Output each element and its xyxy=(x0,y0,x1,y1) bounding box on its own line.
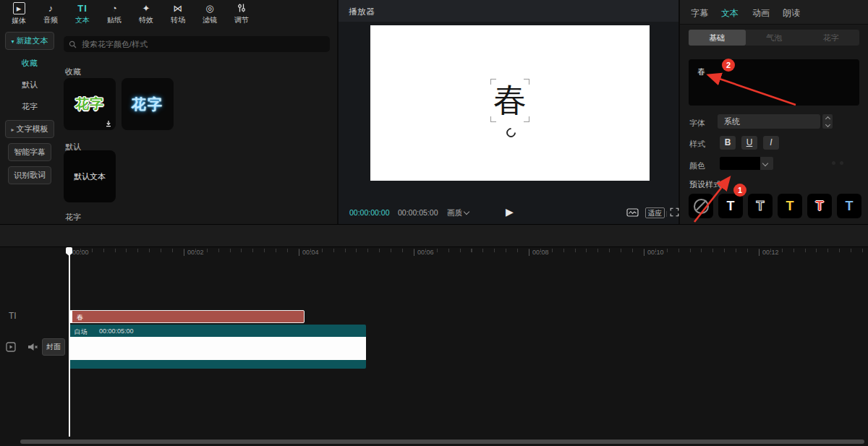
preset-red-text[interactable]: T xyxy=(807,194,832,218)
canvas-text-element[interactable]: 春 xyxy=(492,77,528,124)
search-icon xyxy=(69,40,77,48)
toolbar-audio[interactable]: ♪ 音频 xyxy=(35,0,67,27)
tab-subtitle[interactable]: 字幕 xyxy=(691,7,708,20)
video-track-icon[interactable] xyxy=(6,342,16,352)
sidebar-item-default[interactable]: 默认 xyxy=(17,77,43,93)
bold-button[interactable]: B xyxy=(720,136,736,150)
selection-corner[interactable] xyxy=(524,116,529,122)
text-icon: TI xyxy=(77,3,88,14)
ruler-label: 00:08 xyxy=(529,249,549,256)
huazi-green-text: 花字 xyxy=(75,95,104,113)
sidebar-item-smart-subtitle[interactable]: 智能字幕 xyxy=(8,143,51,161)
huazi-style-green-thumb[interactable]: 花字 xyxy=(64,78,116,130)
huazi-style-blue-thumb[interactable]: 花字 xyxy=(122,78,174,130)
sidebar-item-text-template[interactable]: ▸文字模板 xyxy=(5,120,54,138)
text-clip-label: 春 xyxy=(77,313,83,322)
sidebar-item-favorites[interactable]: 收藏 xyxy=(17,55,43,72)
selection-corner[interactable] xyxy=(490,79,496,85)
color-label: 颜色 xyxy=(689,160,705,171)
color-picker-dropdown[interactable] xyxy=(720,157,773,170)
fit-button[interactable]: 适应 xyxy=(645,207,665,218)
download-icon xyxy=(105,120,112,127)
font-select[interactable]: 系统 xyxy=(718,114,820,129)
inspector-tabbar: 字幕 文本 动画 朗读 xyxy=(680,0,868,25)
chevron-down-icon xyxy=(464,209,469,215)
play-button[interactable]: ▶ xyxy=(506,206,514,218)
adjust-icon xyxy=(237,3,247,14)
sidebar-item-huazi[interactable]: 花字 xyxy=(17,98,43,115)
preview-scope-icon[interactable] xyxy=(626,208,639,217)
chevron-down-icon xyxy=(825,121,830,126)
toolbar-transition[interactable]: ⋈ 转场 xyxy=(162,0,194,27)
effects-icon: ✦ xyxy=(142,3,150,14)
chevron-down-icon xyxy=(762,160,768,166)
toolbar-filter[interactable]: ◎ 滤镜 xyxy=(194,0,226,27)
filter-icon: ◎ xyxy=(205,3,213,14)
audio-icon: ♪ xyxy=(48,3,54,14)
preset-white-text[interactable]: T xyxy=(718,194,743,218)
top-toolbar: ▸ 媒体 ♪ 音频 TI 文本 ◔ 贴纸 ✦ 特效 ⋈ 转场 xyxy=(3,0,258,27)
toolbar-label: 音频 xyxy=(43,15,58,25)
sidebar-item-label: 识别歌词 xyxy=(14,171,46,179)
media-icon: ▸ xyxy=(13,2,25,14)
sidebar-item-label: 花字 xyxy=(22,102,38,111)
color-swatch xyxy=(720,157,760,170)
selection-corner[interactable] xyxy=(524,79,529,85)
ruler-label: 00:06 xyxy=(414,249,434,256)
current-time: 00:00:00:00 xyxy=(349,208,389,217)
video-clip-header: 白场 00:00:05:00 xyxy=(69,325,366,337)
app-window: ▸ 媒体 ♪ 音频 TI 文本 ◔ 贴纸 ✦ 特效 ⋈ 转场 xyxy=(0,0,868,446)
media-library-panel: ▸ 媒体 ♪ 音频 TI 文本 ◔ 贴纸 ✦ 特效 ⋈ 转场 xyxy=(0,0,337,224)
italic-button[interactable]: I xyxy=(763,136,779,150)
tab-reading[interactable]: 朗读 xyxy=(783,7,800,20)
toolbar-effects[interactable]: ✦ 特效 xyxy=(130,0,162,27)
cover-button[interactable]: 封面 xyxy=(42,338,65,356)
preset-yellow-text[interactable]: T xyxy=(778,194,802,218)
color-options-dot xyxy=(832,161,835,165)
toolbar-sticker[interactable]: ◔ 贴纸 xyxy=(98,0,130,27)
font-stepper[interactable] xyxy=(822,114,833,129)
playhead-line[interactable] xyxy=(69,247,70,437)
preset-none[interactable] xyxy=(689,194,713,218)
preset-outline-text[interactable]: T xyxy=(748,194,773,218)
preset-styles-label: 预设样式 xyxy=(689,179,721,190)
quality-dropdown[interactable]: 画质 xyxy=(447,208,469,218)
ruler-label: 00:04 xyxy=(299,249,319,256)
text-content-input[interactable]: 春 xyxy=(689,59,859,106)
fullscreen-icon[interactable] xyxy=(670,207,679,217)
rotate-handle-icon[interactable] xyxy=(504,126,517,139)
tab-animation[interactable]: 动画 xyxy=(752,7,770,20)
timeline-area: 00:00 00:02 00:04 00:06 00:08 00:10 00:1… xyxy=(0,247,868,446)
timeline-scrollbar[interactable] xyxy=(20,439,864,444)
toolbar-media[interactable]: ▸ 媒体 xyxy=(3,0,35,27)
video-clip-filmstrip xyxy=(69,337,366,360)
sticker-icon: ◔ xyxy=(111,3,117,14)
sidebar-item-label: 文字模板 xyxy=(17,124,48,133)
font-label: 字体 xyxy=(689,118,705,129)
video-clip-audio-strip xyxy=(69,360,366,369)
search-input[interactable] xyxy=(80,39,325,49)
subtab-bubble[interactable]: 气泡 xyxy=(746,30,803,46)
underline-button[interactable]: U xyxy=(741,136,757,150)
toolbar-label: 滤镜 xyxy=(203,15,217,25)
text-clip[interactable]: 春 xyxy=(69,310,305,323)
subtab-huazi[interactable]: 花字 xyxy=(802,30,859,46)
inspector-panel: 字幕 文本 动画 朗读 基础 气泡 花字 春 字体 系统 样式 B U I 颜色… xyxy=(680,0,868,224)
toolbar-text[interactable]: TI 文本 xyxy=(67,0,98,27)
style-label: 样式 xyxy=(689,139,705,150)
mute-icon[interactable] xyxy=(27,342,39,352)
default-text-thumb[interactable]: 默认文本 xyxy=(64,150,116,202)
total-time: 00:00:05:00 xyxy=(398,208,438,217)
subtab-basic[interactable]: 基础 xyxy=(689,30,746,46)
sidebar-item-lyrics-recognition[interactable]: 识别歌词 xyxy=(8,166,51,184)
subtab-segmented-control: 基础 气泡 花字 xyxy=(689,30,859,46)
selection-corner[interactable] xyxy=(490,116,496,122)
timeline-toolbar: ↺ ↻ xyxy=(0,224,868,247)
preset-blue-text[interactable]: T xyxy=(837,194,861,218)
toolbar-adjust[interactable]: 调节 xyxy=(226,0,258,27)
clip-trim-handle-left[interactable] xyxy=(69,311,72,322)
sidebar-item-new-text[interactable]: ▾新建文本 xyxy=(5,32,54,50)
transition-icon: ⋈ xyxy=(174,3,183,14)
video-clip[interactable]: 白场 00:00:05:00 xyxy=(69,325,366,369)
tab-text[interactable]: 文本 xyxy=(721,7,739,20)
